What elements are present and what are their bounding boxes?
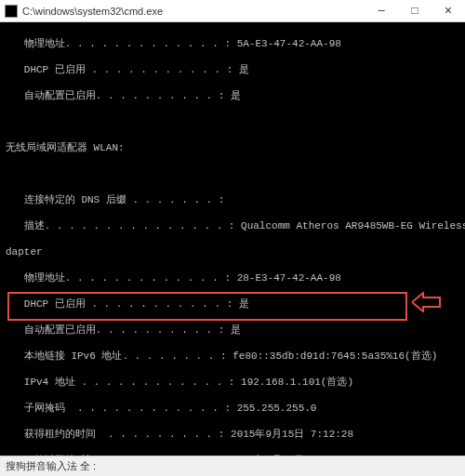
output-line xyxy=(6,115,459,128)
ime-statusbar[interactable]: 搜狗拼音输入法 全 : xyxy=(0,456,465,476)
terminal-output[interactable]: 物理地址. . . . . . . . . . . . . : 5A-E3-47… xyxy=(0,22,465,476)
output-line: dapter xyxy=(6,245,459,258)
maximize-button[interactable]: □ xyxy=(398,0,432,22)
output-line: 无线局域网适配器 WLAN: xyxy=(6,141,459,154)
output-line: 描述. . . . . . . . . . . . . . . : Qualco… xyxy=(6,219,459,232)
ime-text: 搜狗拼音输入法 全 : xyxy=(6,459,96,473)
output-line: 本地链接 IPv6 地址. . . . . . . . : fe80::35db… xyxy=(6,350,459,363)
output-line: DHCP 已启用 . . . . . . . . . . . : 是 xyxy=(6,63,459,76)
output-line: 自动配置已启用. . . . . . . . . . : 是 xyxy=(6,89,459,102)
close-button[interactable]: × xyxy=(432,0,465,22)
output-line: 自动配置已启用. . . . . . . . . . : 是 xyxy=(6,324,459,337)
output-line xyxy=(6,167,459,180)
output-line: DHCP 已启用 . . . . . . . . . . . : 是 xyxy=(6,298,459,311)
cmd-icon xyxy=(5,5,18,18)
output-line: IPv4 地址 . . . . . . . . . . . . : 192.16… xyxy=(6,376,459,389)
output-line: 子网掩码 . . . . . . . . . . . . : 255.255.2… xyxy=(6,402,459,415)
window-title: C:\windows\system32\cmd.exe xyxy=(22,6,365,17)
output-line: 物理地址. . . . . . . . . . . . . : 5A-E3-47… xyxy=(6,37,459,50)
output-line: 获得租约的时间 . . . . . . . . . : 2015年9月15日 7… xyxy=(6,428,459,441)
window-buttons: — □ × xyxy=(365,0,465,22)
output-line: 连接特定的 DNS 后缀 . . . . . . . : xyxy=(6,193,459,206)
minimize-button[interactable]: — xyxy=(365,0,398,22)
titlebar[interactable]: C:\windows\system32\cmd.exe — □ × xyxy=(0,0,465,22)
output-line: 物理地址. . . . . . . . . . . . . : 28-E3-47… xyxy=(6,271,459,284)
